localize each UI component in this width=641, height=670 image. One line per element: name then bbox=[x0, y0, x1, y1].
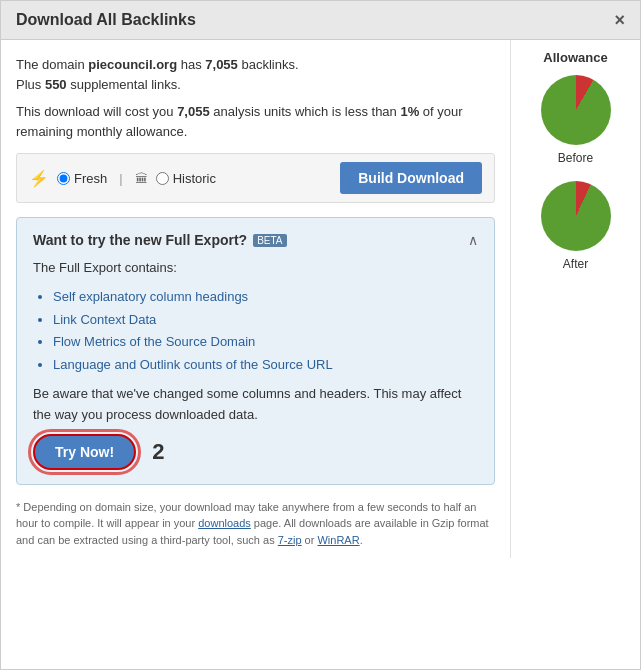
main-content: The domain piecouncil.org has 7,055 back… bbox=[1, 40, 510, 558]
intro-line1: The domain piecouncil.org has 7,055 back… bbox=[16, 55, 495, 94]
after-pie-container: After bbox=[541, 181, 611, 271]
historic-icon: 🏛 bbox=[135, 171, 148, 186]
cost-pct: 1% bbox=[400, 104, 419, 119]
historic-radio-label[interactable]: Historic bbox=[156, 171, 216, 186]
try-now-wrapper: Try Now! 2 bbox=[33, 434, 478, 470]
winrar-link[interactable]: WinRAR bbox=[317, 534, 359, 546]
export-body: The Full Export contains: Self explanato… bbox=[33, 258, 478, 470]
backlinks-count: 7,055 bbox=[205, 57, 238, 72]
list-item: Flow Metrics of the Source Domain bbox=[53, 332, 478, 353]
export-warning: Be aware that we've changed some columns… bbox=[33, 384, 478, 426]
list-item: Language and Outlink counts of the Sourc… bbox=[53, 355, 478, 376]
cost-units: 7,055 bbox=[177, 104, 210, 119]
try-now-button[interactable]: Try Now! bbox=[33, 434, 136, 470]
downloads-link[interactable]: downloads bbox=[198, 517, 251, 529]
beta-badge: BETA bbox=[253, 234, 286, 247]
historic-label: Historic bbox=[173, 171, 216, 186]
after-pie-chart bbox=[541, 181, 611, 251]
fresh-radio-label[interactable]: Fresh bbox=[57, 171, 107, 186]
footer-text: * Depending on domain size, your downloa… bbox=[16, 499, 495, 549]
supplemental-count: 550 bbox=[45, 77, 67, 92]
export-box: Want to try the new Full Export? BETA ∧ … bbox=[16, 217, 495, 485]
close-button[interactable]: × bbox=[614, 11, 625, 29]
cost-text: This download will cost you 7,055 analys… bbox=[16, 102, 495, 141]
domain-name: piecouncil.org bbox=[88, 57, 177, 72]
before-pie-chart bbox=[541, 75, 611, 145]
export-header: Want to try the new Full Export? BETA ∧ bbox=[33, 232, 478, 248]
before-label: Before bbox=[558, 151, 593, 165]
list-item: Link Context Data bbox=[53, 310, 478, 331]
modal-container: Download All Backlinks × The domain piec… bbox=[0, 0, 641, 670]
lightning-icon: ⚡ bbox=[29, 169, 49, 188]
modal-header: Download All Backlinks × bbox=[1, 1, 640, 40]
sidebar-title: Allowance bbox=[543, 50, 607, 65]
historic-radio[interactable] bbox=[156, 172, 169, 185]
fresh-radio[interactable] bbox=[57, 172, 70, 185]
features-list: Self explanatory column headings Link Co… bbox=[53, 287, 478, 376]
modal-body: The domain piecouncil.org has 7,055 back… bbox=[1, 40, 640, 558]
contains-label: The Full Export contains: bbox=[33, 258, 478, 279]
build-download-button[interactable]: Build Download bbox=[340, 162, 482, 194]
fresh-label: Fresh bbox=[74, 171, 107, 186]
step-number: 2 bbox=[152, 434, 164, 469]
separator: | bbox=[119, 171, 122, 186]
collapse-icon[interactable]: ∧ bbox=[468, 232, 478, 248]
before-pie-container: Before bbox=[541, 75, 611, 165]
list-item: Self explanatory column headings bbox=[53, 287, 478, 308]
sidebar: Allowance Before After bbox=[510, 40, 640, 558]
7zip-link[interactable]: 7-zip bbox=[278, 534, 302, 546]
after-label: After bbox=[563, 257, 588, 271]
modal-title: Download All Backlinks bbox=[16, 11, 196, 29]
export-title: Want to try the new Full Export? BETA bbox=[33, 232, 287, 248]
options-row: ⚡ Fresh | 🏛 Historic Build Download bbox=[16, 153, 495, 203]
